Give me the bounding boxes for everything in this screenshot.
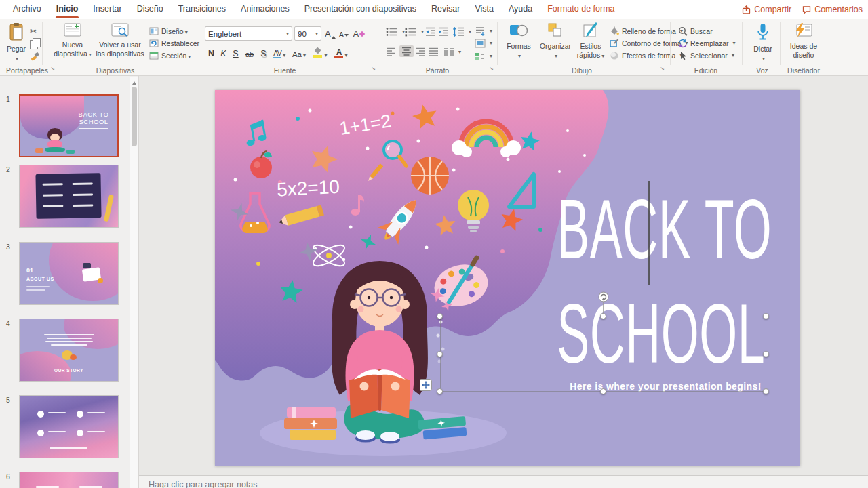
font-size-combo[interactable]: 90 [294, 26, 321, 41]
selection-handle-bottom-mid[interactable] [600, 388, 606, 394]
thumb-number-1: 1 [6, 95, 10, 103]
format-painter-button[interactable] [30, 50, 40, 62]
thumbnail-scrollbar[interactable] [130, 77, 138, 488]
selection-handle-top-mid[interactable] [600, 313, 606, 319]
menu-insertar[interactable]: Insertar [85, 0, 129, 19]
clipboard-dialog-launcher[interactable] [49, 66, 56, 73]
reset-slide-button[interactable]: Restablecer [149, 37, 199, 49]
design-ideas-button[interactable]: Ideas de diseño [784, 22, 823, 59]
cut-button[interactable]: ✂ [30, 25, 37, 37]
decrease-indent-button[interactable] [425, 26, 436, 37]
drawing-dialog-launcher[interactable] [658, 66, 666, 73]
slide-thumbnail-5[interactable] [19, 395, 119, 458]
new-slide-button[interactable]: Nueva diapositiva [52, 22, 94, 58]
selection-handle-top-right[interactable] [763, 313, 769, 319]
slide-thumbnail-1[interactable]: BACK TO SCHOOL [19, 94, 119, 157]
change-case-button[interactable]: Aa [291, 46, 307, 60]
rotate-handle[interactable] [598, 291, 609, 302]
dictate-dropdown-arrow[interactable] [761, 54, 765, 62]
convert-smartart-button[interactable] [475, 50, 492, 62]
menu-transiciones[interactable]: Transiciones [171, 0, 233, 19]
editing-group-label: Edición [694, 66, 717, 75]
align-left-button[interactable] [386, 46, 396, 58]
section-icon [149, 52, 159, 60]
strikethrough-button[interactable]: ab [242, 46, 257, 60]
selection-box[interactable] [440, 317, 766, 392]
shape-fill-button[interactable]: Relleno de forma [609, 25, 683, 37]
menu-archivo[interactable]: Archivo [5, 0, 49, 19]
reuse-slides-button[interactable]: Volver a usar las diapositivas [95, 22, 145, 58]
underline-button[interactable]: S [230, 46, 241, 60]
select-button[interactable]: Seleccionar [678, 49, 734, 61]
shrink-font-button[interactable]: A [338, 26, 350, 40]
selection-handle-mid-left[interactable] [437, 351, 443, 357]
numbering-button[interactable] [405, 26, 424, 37]
shape-outline-button[interactable]: Contorno de forma [609, 37, 688, 49]
section-button[interactable]: Sección [149, 49, 191, 61]
text-direction-button[interactable] [475, 25, 492, 37]
columns-button[interactable] [443, 46, 461, 58]
shapes-button[interactable]: Formas [502, 22, 536, 59]
align-right-button[interactable] [415, 46, 425, 58]
slide-canvas[interactable]: 1+1=2 5x2=10 [215, 90, 800, 466]
notes-pane[interactable]: Haga clic para agregar notas [139, 475, 868, 488]
clear-formatting-button[interactable]: A [352, 26, 366, 40]
copy-icon [30, 38, 40, 48]
font-name-combo[interactable]: Englebert [205, 26, 292, 41]
arrange-dropdown-arrow[interactable] [553, 51, 557, 59]
selection-handle-mid-right[interactable] [763, 351, 769, 357]
paragraph-dialog-launcher[interactable] [488, 66, 495, 73]
selection-handle-top-left[interactable] [437, 313, 443, 319]
line-spacing-button[interactable] [452, 26, 471, 37]
slide-thumbnail-6[interactable] [19, 472, 119, 488]
scrollbar-up-arrow-icon[interactable] [132, 79, 136, 85]
slide-thumbnail-4[interactable]: OUR STORY [19, 319, 119, 382]
replace-icon [678, 39, 688, 48]
menu-vista[interactable]: Vista [467, 0, 501, 19]
menu-presentacion[interactable]: Presentación con diapositivas [297, 0, 424, 19]
shapes-dropdown-arrow[interactable] [517, 51, 521, 59]
arrange-icon [547, 22, 564, 40]
replace-button[interactable]: Reemplazar [678, 37, 736, 49]
shape-effects-button[interactable]: Efectos de forma [609, 49, 682, 61]
paste-button[interactable]: Pegar [4, 22, 28, 62]
grow-font-button[interactable]: A [324, 26, 336, 40]
justify-button[interactable] [429, 46, 439, 58]
scrollbar-thumb[interactable] [132, 87, 137, 146]
editor-canvas[interactable]: 1+1=2 5x2=10 [139, 76, 868, 475]
menu-animaciones[interactable]: Animaciones [233, 0, 297, 19]
bold-button[interactable]: N [205, 46, 217, 60]
font-dialog-launcher[interactable] [370, 66, 377, 73]
copy-button[interactable] [30, 37, 40, 49]
italic-button[interactable]: K [218, 46, 229, 60]
font-group-label: Fuente [274, 66, 296, 75]
bullets-button[interactable] [386, 26, 405, 37]
comments-button[interactable]: Comentarios [802, 5, 863, 14]
slide-thumbnail-3[interactable]: 01 ABOUT US [19, 242, 119, 305]
quick-styles-button[interactable]: Estilos rápidos [575, 22, 606, 59]
menu-ayuda[interactable]: Ayuda [501, 0, 540, 19]
menu-formato-de-forma[interactable]: Formato de forma [540, 0, 622, 19]
paste-dropdown-arrow[interactable] [14, 54, 18, 62]
align-left-icon [386, 47, 396, 57]
share-icon [742, 5, 751, 14]
font-color-button[interactable]: A [332, 46, 350, 60]
highlight-color-button[interactable] [311, 46, 330, 60]
slide-thumbnail-2[interactable] [19, 165, 119, 228]
character-spacing-button[interactable]: AV [271, 46, 288, 60]
slide-layout-button[interactable]: Diseño [149, 25, 188, 37]
menu-revisar[interactable]: Revisar [424, 0, 467, 19]
text-shadow-button[interactable]: S [258, 46, 269, 60]
menu-inicio[interactable]: Inicio [49, 0, 86, 19]
selection-handle-bottom-right[interactable] [763, 388, 769, 394]
align-text-button[interactable] [475, 37, 492, 49]
dictate-button[interactable]: Dictar [747, 22, 778, 62]
arrange-button[interactable]: Organizar [537, 22, 574, 59]
selection-handle-bottom-left[interactable] [437, 388, 443, 394]
find-button[interactable]: Buscar [678, 25, 713, 37]
align-center-button[interactable] [399, 45, 414, 57]
thumb3-title: ABOUT US [26, 277, 54, 281]
share-button[interactable]: Compartir [742, 5, 791, 14]
menu-diseno[interactable]: Diseño [130, 0, 171, 19]
increase-indent-button[interactable] [438, 26, 449, 37]
